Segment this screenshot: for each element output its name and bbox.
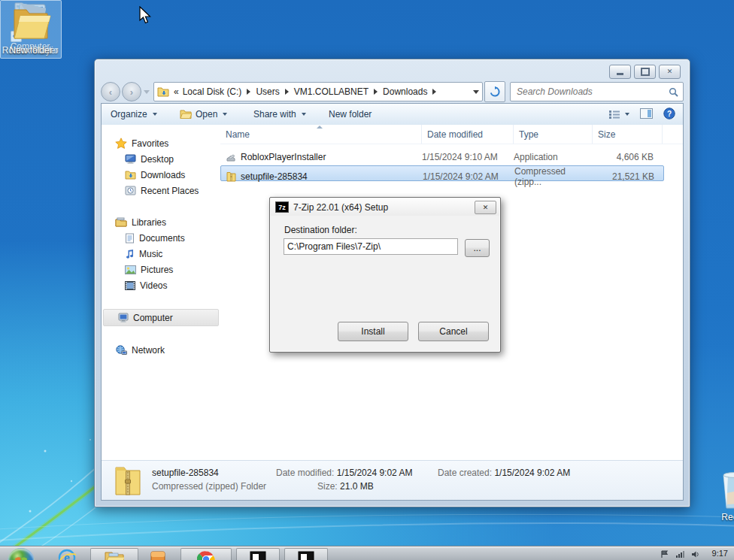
back-button[interactable]: ‹: [101, 82, 120, 101]
file-row-robloxplayerinstaller[interactable]: RobloxPlayerInstaller 1/15/2024 9:10 AM …: [220, 149, 663, 165]
open-button[interactable]: Open: [180, 104, 227, 125]
search-box[interactable]: [510, 82, 684, 101]
refresh-button[interactable]: [484, 81, 505, 102]
file-row-setupfile-285834[interactable]: setupfile-285834 1/15/2024 9:02 AM Compr…: [220, 165, 664, 181]
breadcrumb-separator-icon[interactable]: [247, 89, 250, 95]
taskbar-setup-button[interactable]: [149, 549, 167, 560]
breadcrumb-users[interactable]: Users: [256, 86, 279, 97]
desktop-icon: [125, 154, 136, 164]
sidebar-item-desktop[interactable]: Desktop: [102, 151, 220, 167]
internet-explorer-icon: e: [57, 548, 77, 560]
volume-tray-icon: [691, 550, 699, 558]
details-file-type: Compressed (zipped) Folder: [152, 481, 266, 492]
sort-ascending-icon: [317, 126, 323, 129]
chevron-down-icon: [302, 113, 306, 116]
taskbar-chrome-button[interactable]: [180, 548, 232, 560]
destination-folder-input[interactable]: [284, 238, 458, 255]
sidebar-item-label: Music: [139, 249, 162, 259]
sidebar-group-label: Libraries: [132, 217, 166, 228]
dialog-title: 7-Zip 22.01 (x64) Setup: [293, 202, 388, 213]
dialog-close-button[interactable]: ✕: [475, 201, 496, 214]
column-headers: Name Date modified Type Size: [220, 125, 683, 144]
chevron-down-icon: [625, 113, 629, 116]
7zip-icon: 7z: [275, 201, 289, 213]
installer-icon: [149, 549, 167, 560]
taskbar-clock[interactable]: 9:17: [712, 549, 728, 558]
desktop-icon-recycle-bin[interactable]: Recyc: [704, 471, 734, 522]
sidebar-item-network[interactable]: Network: [102, 342, 220, 358]
sidebar-item-music[interactable]: Music: [102, 246, 220, 262]
svg-text:e: e: [64, 552, 70, 560]
forward-button[interactable]: ›: [122, 82, 141, 101]
chevron-down-icon: [223, 113, 227, 116]
organize-button[interactable]: Organize: [111, 104, 157, 125]
sidebar-group-label: Favorites: [132, 138, 168, 149]
mouse-cursor: [139, 6, 152, 24]
share-with-button[interactable]: Share with: [253, 104, 306, 125]
cancel-button[interactable]: Cancel: [418, 322, 489, 341]
column-header-date-modified[interactable]: Date modified: [422, 125, 514, 144]
desktop-icon-label: New folder: [1, 45, 61, 56]
file-type: Application: [514, 152, 593, 162]
close-button[interactable]: ✕: [659, 65, 681, 79]
details-size: Size: 21.0 MB: [317, 481, 374, 492]
network-tray-icon: [675, 550, 684, 558]
taskbar-app-button-2[interactable]: [284, 548, 328, 560]
sidebar-item-videos[interactable]: Videos: [102, 277, 220, 293]
help-icon: ?: [663, 107, 675, 120]
explorer-folder-icon: [105, 550, 124, 560]
sidebar-item-documents[interactable]: Documents: [102, 230, 220, 246]
system-tray[interactable]: [660, 550, 699, 558]
minimize-button[interactable]: [609, 65, 631, 79]
search-input[interactable]: [515, 86, 669, 98]
file-modified: 1/15/2024 9:10 AM: [422, 152, 514, 162]
downloads-icon: [125, 170, 136, 180]
breadcrumb-separator-icon[interactable]: [285, 89, 289, 95]
sidebar-item-downloads[interactable]: Downloads: [102, 167, 220, 183]
taskbar-app-button-1[interactable]: [236, 548, 280, 560]
browse-button[interactable]: ...: [465, 239, 490, 257]
change-view-button[interactable]: [608, 110, 629, 120]
address-bar[interactable]: « Local Disk (C:) Users VM1.COLLABNET Do…: [153, 82, 483, 101]
maximize-button[interactable]: [634, 65, 656, 79]
breadcrumb-user[interactable]: VM1.COLLABNET: [294, 86, 369, 97]
install-button[interactable]: Install: [338, 322, 408, 341]
details-date-created: Date created: 1/15/2024 9:02 AM: [438, 468, 570, 478]
address-dropdown-icon[interactable]: [473, 90, 479, 94]
preview-pane-icon: [640, 108, 653, 119]
column-header-type[interactable]: Type: [514, 125, 593, 144]
column-header-size[interactable]: Size: [593, 125, 663, 144]
install-label: Install: [361, 326, 384, 337]
browse-label: ...: [473, 243, 481, 253]
taskbar-explorer-button[interactable]: [90, 548, 138, 560]
folder-icon: [10, 4, 52, 43]
new-folder-button[interactable]: New folder: [329, 104, 372, 125]
open-folder-icon: [180, 109, 192, 120]
sidebar-item-pictures[interactable]: Pictures: [102, 262, 220, 277]
taskbar-ie-button[interactable]: e: [57, 548, 77, 560]
zip-folder-icon: [226, 171, 236, 182]
music-icon: [125, 249, 135, 259]
window-caption-buttons: ✕: [609, 65, 681, 79]
file-type: Compressed (zipp...: [514, 166, 593, 187]
sidebar-item-computer[interactable]: Computer: [103, 309, 219, 326]
start-button[interactable]: [8, 548, 35, 560]
breadcrumb-separator-icon[interactable]: [374, 89, 378, 95]
action-center-flag-icon: [660, 550, 669, 558]
file-name: RobloxPlayerInstaller: [241, 152, 326, 162]
sidebar-item-label: Videos: [140, 280, 167, 291]
breadcrumb-local-disk[interactable]: Local Disk (C:): [183, 86, 242, 97]
new-folder-label: New folder: [329, 109, 372, 120]
breadcrumb-downloads[interactable]: Downloads: [383, 86, 427, 97]
desktop-icon-new-folder[interactable]: New folder: [0, 0, 62, 59]
sidebar-group-libraries[interactable]: Libraries: [102, 214, 220, 230]
help-button[interactable]: ?: [663, 107, 675, 122]
view-controls: ?: [608, 104, 675, 125]
preview-pane-button[interactable]: [640, 108, 653, 121]
dialog-title-bar[interactable]: 7z 7-Zip 22.01 (x64) Setup: [271, 198, 499, 216]
recent-pages-dropdown-icon[interactable]: [144, 90, 150, 94]
file-size: 4,606 KB: [593, 152, 663, 162]
sidebar-item-recent-places[interactable]: Recent Places: [102, 183, 220, 198]
sidebar-group-favorites[interactable]: Favorites: [102, 135, 220, 151]
breadcrumb-separator-icon[interactable]: [432, 89, 436, 95]
